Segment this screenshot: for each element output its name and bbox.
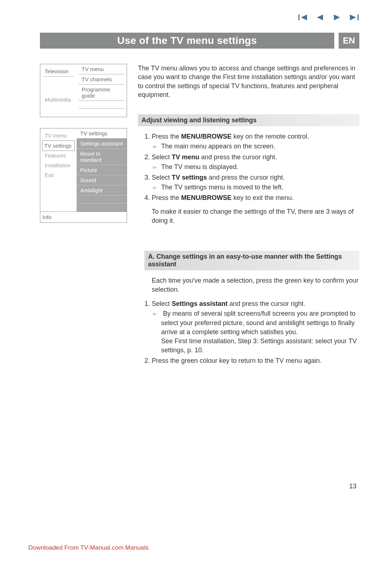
step-bold: MENU/BROWSE <box>181 133 232 140</box>
page-number: 13 <box>349 483 356 490</box>
lang-badge: EN <box>339 33 359 49</box>
prev-icon[interactable] <box>315 14 325 22</box>
menu1-right-item: TV menu <box>79 64 124 74</box>
step-result: The TV settings menu is moved to the lef… <box>161 183 359 192</box>
first-icon[interactable] <box>298 14 309 22</box>
step-text: and press the cursor right. <box>207 174 285 181</box>
menu2-left-item: Exit <box>43 170 74 180</box>
step-item: Press the MENU/BROWSE key on the remote … <box>152 132 359 151</box>
blank-row <box>77 196 127 204</box>
svg-rect-0 <box>298 15 299 20</box>
step-text: and press the cursor right. <box>199 153 277 161</box>
menu2-left-header: TV menu <box>43 131 74 141</box>
menu2-right-item: Settings assistant <box>77 139 127 149</box>
menu-1: Television Multimedia TV menu TV channel… <box>40 64 127 117</box>
step-text: and press the cursor right. <box>228 300 305 307</box>
step-item: Press the green colour key to return to … <box>152 356 359 365</box>
blank-row <box>79 101 124 109</box>
step-item: Select TV settings and press the cursor … <box>152 173 359 192</box>
menu2-right-item: Reset to standard <box>77 149 127 165</box>
menu2-left-item: Features <box>43 151 74 160</box>
step-text: Select <box>152 174 172 181</box>
step-result: By means of several split screens/full s… <box>161 309 359 355</box>
menu1-left-item: Television <box>43 66 74 77</box>
step-result: The TV menu is displayed. <box>161 163 359 172</box>
step-item: Select Settings assistant and press the … <box>152 299 359 355</box>
step-bold: TV settings <box>172 174 207 181</box>
step-text: key on the remote control. <box>232 133 309 140</box>
blank-row <box>77 204 127 212</box>
menu2-right-item: Picture <box>77 165 127 175</box>
step-text: See First time installation, Step 3: Set… <box>161 337 357 354</box>
menu1-left-item: Multimedia <box>43 77 74 104</box>
step-text: Press the <box>152 133 181 140</box>
step-bold: MENU/BROWSE <box>181 194 232 201</box>
menu2-info: Info <box>40 212 127 222</box>
intro-paragraph: The TV menu allows you to access and cha… <box>138 64 359 99</box>
step-result: The main menu appears on the screen. <box>161 142 359 151</box>
menu1-right-item: TV channels <box>79 74 124 85</box>
section-header-2: A. Change settings in an easy-to-use man… <box>144 251 359 270</box>
svg-marker-2 <box>317 15 323 20</box>
step-text: Select <box>152 153 172 161</box>
svg-marker-4 <box>350 15 356 20</box>
section2-intro: Each time you've made a selection, press… <box>138 276 359 294</box>
step-text: key to exit the menu. <box>232 194 294 201</box>
step-text: By means of several split screens/full s… <box>161 310 355 335</box>
last-icon[interactable] <box>348 14 359 22</box>
step-bold: Settings assistant <box>172 300 228 307</box>
menu2-left-item: Installation <box>43 160 74 170</box>
menu2-right-item: Ambilight <box>77 185 127 196</box>
menu2-right-item: Sound <box>77 175 127 185</box>
step-item: Select TV menu and press the cursor righ… <box>152 153 359 172</box>
menu-2: TV menu TV settings Features Installatio… <box>40 128 127 223</box>
step-item: Press the MENU/BROWSE key to exit the me… <box>152 193 359 202</box>
svg-marker-3 <box>334 15 340 20</box>
blank-row <box>79 109 124 117</box>
steps-list-2: Select Settings assistant and press the … <box>138 299 359 365</box>
steps-list-1: Press the MENU/BROWSE key on the remote … <box>138 132 359 202</box>
step-bold: TV menu <box>172 153 199 161</box>
note-1: To make it easier to change the settings… <box>138 207 359 225</box>
footer-link[interactable]: Downloaded From TV-Manual.com Manuals <box>28 544 148 551</box>
step-text: Press the <box>152 194 181 201</box>
step-text: Select <box>152 300 172 307</box>
next-icon[interactable] <box>332 14 342 22</box>
svg-rect-5 <box>358 15 359 20</box>
nav-icons <box>298 14 359 22</box>
menu1-right-item: Programme guide <box>79 85 124 101</box>
section-header-1: Adjust viewing and listening settings <box>138 114 359 126</box>
svg-marker-1 <box>301 15 307 20</box>
menu2-left-item-selected: TV settings <box>42 140 75 151</box>
menu2-right-header: TV settings <box>77 128 127 139</box>
page-title: Use of the TV menu settings <box>40 33 334 49</box>
